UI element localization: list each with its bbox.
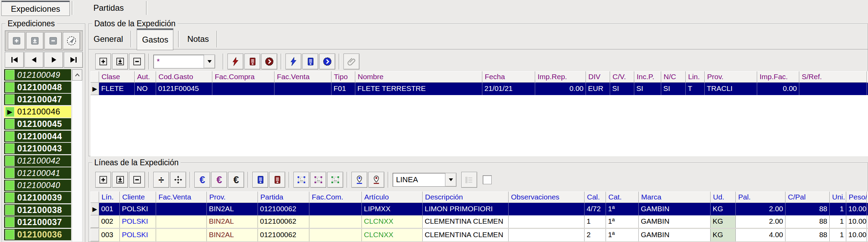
cell[interactable]: 2.00 xyxy=(736,203,785,215)
lineas-checkbox[interactable] xyxy=(483,175,492,184)
cell[interactable] xyxy=(799,83,867,95)
column-header-indicator[interactable] xyxy=(90,71,99,83)
cell[interactable]: GAMBIN xyxy=(639,203,711,215)
euro-blue-button[interactable]: € xyxy=(194,172,210,188)
tab-gastos[interactable]: Gastos xyxy=(137,28,173,50)
report-blue-button[interactable] xyxy=(302,54,318,69)
cell[interactable]: 1ª xyxy=(606,229,639,241)
column-header-fac-venta[interactable]: Fac.Venta xyxy=(274,71,331,83)
column-header-cliente[interactable]: Cliente xyxy=(120,192,156,203)
tab-expediciones[interactable]: Expediciones xyxy=(1,1,70,16)
tab-notas[interactable]: Notas xyxy=(182,34,214,44)
delete-record-button[interactable] xyxy=(45,32,62,49)
column-header-fac-compra[interactable]: Fac.Compra xyxy=(212,71,274,83)
cell[interactable] xyxy=(212,83,274,95)
cell[interactable]: SI xyxy=(661,83,686,95)
euro-purple-button[interactable]: € xyxy=(211,172,227,188)
column-header-imp-rep-[interactable]: Imp.Rep. xyxy=(535,71,586,83)
navigate-button[interactable] xyxy=(63,32,80,49)
add-record-button[interactable] xyxy=(8,32,25,49)
delete-linea-button[interactable] xyxy=(129,172,145,188)
cell[interactable] xyxy=(509,203,585,215)
column-header-cat-[interactable]: Cat. xyxy=(606,192,639,203)
save-linea-button[interactable] xyxy=(112,172,128,188)
euro-black-button[interactable]: € xyxy=(228,172,244,188)
go-red-button[interactable] xyxy=(261,54,277,69)
cell[interactable]: 88 xyxy=(785,229,830,241)
cell[interactable] xyxy=(274,83,331,95)
cell[interactable]: 003 xyxy=(99,229,120,241)
grid-row[interactable]: 002POLSKIBIN2AL012100062CLCNXXCLEMENTINA… xyxy=(90,215,868,229)
column-header-inc-p-[interactable]: Inc.P. xyxy=(634,71,661,83)
column-header-nombre[interactable]: Nombre xyxy=(355,71,482,83)
cell[interactable]: CLEMENTINA CLEMEN xyxy=(423,229,509,241)
cell[interactable]: 21/01/21 xyxy=(482,83,535,95)
cell[interactable]: BIN2AL xyxy=(207,215,258,228)
cell[interactable]: EUR xyxy=(586,83,610,95)
add-linea-button[interactable] xyxy=(95,172,111,188)
expediciones-scrollbar[interactable] xyxy=(72,69,83,242)
prev-record-button[interactable] xyxy=(25,52,44,68)
cell[interactable]: FLETE xyxy=(99,83,135,95)
cell[interactable]: 002 xyxy=(99,215,120,228)
expedicion-item[interactable]: 012100045 xyxy=(4,118,71,130)
tab-partidas[interactable]: Partidas xyxy=(73,0,144,16)
execute-blue-button[interactable] xyxy=(286,54,301,69)
column-header-ud-[interactable]: Ud. xyxy=(711,192,736,203)
cell[interactable]: SI xyxy=(634,83,661,95)
expedicion-item[interactable]: 012100042 xyxy=(4,155,71,167)
cell[interactable]: 2 xyxy=(585,229,606,241)
cell[interactable]: 1 xyxy=(830,229,846,241)
column-header-imp-fac-[interactable]: Imp.Fac. xyxy=(757,71,799,83)
expedicion-item[interactable]: 012100049 xyxy=(4,69,71,81)
cell[interactable]: 1 xyxy=(830,215,846,228)
column-header-l-n-[interactable]: Lín. xyxy=(99,192,120,203)
expedicion-item[interactable]: 012100038 xyxy=(4,204,71,216)
last-record-button[interactable] xyxy=(64,52,83,68)
pin-blue-button[interactable] xyxy=(351,172,367,188)
image-select-purple-button[interactable] xyxy=(310,172,326,188)
column-header-c-v-[interactable]: C/V. xyxy=(610,71,634,83)
cell[interactable]: SI xyxy=(610,83,634,95)
list-options-button[interactable] xyxy=(461,172,477,188)
cell[interactable]: 0.00 xyxy=(757,83,799,95)
image-select-blue-button[interactable] xyxy=(293,172,309,188)
expedicion-item-selected[interactable]: ▶012100046 xyxy=(4,106,71,118)
cell[interactable] xyxy=(156,203,207,215)
cell[interactable] xyxy=(309,229,362,241)
image-select-green-button[interactable] xyxy=(327,172,343,188)
cell[interactable]: 1 xyxy=(585,215,606,228)
column-header-fac-venta[interactable]: Fac.Venta xyxy=(156,192,207,203)
document-red-button[interactable] xyxy=(269,172,285,188)
cell[interactable]: 10.000 xyxy=(846,229,867,241)
cell[interactable]: F01 xyxy=(331,83,355,95)
expedicion-item[interactable]: 012100040 xyxy=(4,180,71,191)
cell[interactable]: 1 xyxy=(830,203,846,215)
column-header-partida[interactable]: Partida xyxy=(258,192,309,203)
cell[interactable]: 4.00 xyxy=(736,229,785,241)
attachment-button[interactable] xyxy=(344,54,359,69)
expedicion-item[interactable]: 012100048 xyxy=(4,82,71,93)
column-header-pal-[interactable]: Pal. xyxy=(736,192,785,203)
cell[interactable]: GAMBIN xyxy=(639,229,711,241)
column-header-observaciones[interactable]: Observaciones xyxy=(509,192,585,203)
dropdown-arrow-icon[interactable] xyxy=(204,55,215,68)
column-header-s-ref-[interactable]: S/Ref. xyxy=(799,71,867,83)
next-record-button[interactable] xyxy=(44,52,63,68)
cell[interactable]: CLEMENTINA CLEMEN xyxy=(423,215,509,228)
expedicion-item[interactable]: 012100036 xyxy=(4,229,71,240)
cell[interactable]: 88 xyxy=(785,203,830,215)
cell[interactable]: FLETE TERRESTRE xyxy=(355,83,482,95)
cell[interactable]: POLSKI xyxy=(120,229,156,241)
execute-red-button[interactable] xyxy=(228,54,243,69)
expedicion-item[interactable]: 012100041 xyxy=(4,167,71,179)
cell[interactable]: GAMBIN xyxy=(639,215,711,228)
cell[interactable]: 1ª xyxy=(606,215,639,228)
cell[interactable]: 0121F00045 xyxy=(156,83,212,95)
cell[interactable] xyxy=(156,215,207,228)
column-header-indicator[interactable] xyxy=(90,192,99,203)
cell[interactable]: CLCNXX xyxy=(362,229,423,241)
column-header-peso-un[interactable]: Peso/Un xyxy=(846,192,867,203)
cell[interactable]: POLSKI xyxy=(120,203,156,215)
document-blue-button[interactable] xyxy=(252,172,268,188)
